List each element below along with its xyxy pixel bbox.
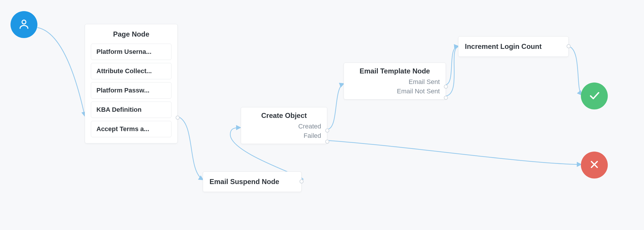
email-suspend-node[interactable]: Email Suspend Node [203,171,302,192]
outcome-email-sent[interactable]: Email Sent [409,78,440,86]
output-port-not-sent[interactable] [444,96,448,100]
svg-point-0 [22,20,26,24]
connector-failed-to-failure [327,140,581,164]
output-port[interactable] [300,179,304,183]
connector-emailnotsent-to-increment [446,47,458,96]
page-node-item[interactable]: Accept Terms a... [91,121,172,137]
outcome-list: Email Sent Email Not Sent [349,78,440,95]
increment-login-node[interactable]: Increment Login Count [458,36,569,57]
output-port-created[interactable] [325,128,329,133]
success-node[interactable] [581,83,608,109]
user-icon [18,18,30,31]
node-title: Email Suspend Node [210,178,295,186]
connector-created-to-emailtemplate [327,84,344,129]
page-node-item[interactable]: Platform Passw... [91,82,172,99]
outcome-failed[interactable]: Failed [304,132,321,140]
output-port[interactable] [176,116,180,120]
node-title: Create Object [246,111,322,120]
start-node[interactable] [11,11,37,38]
email-template-node[interactable]: Email Template Node Email Sent Email Not… [344,63,446,99]
page-node-item[interactable]: KBA Definition [91,102,172,118]
connector-pagenode-to-emailsuspend [178,116,203,180]
outcome-list: Created Failed [246,123,322,140]
output-port-failed[interactable] [325,140,329,144]
page-node-item[interactable]: Platform Userna... [91,44,172,60]
create-object-node[interactable]: Create Object Created Failed [241,107,327,144]
page-node[interactable]: Page Node Platform Userna... Attribute C… [85,24,178,143]
node-title: Increment Login Count [465,42,562,51]
output-port[interactable] [567,44,571,48]
check-icon [588,89,601,103]
node-title: Page Node [91,30,172,38]
failure-node[interactable] [581,152,608,178]
connector-start-to-pagenode [37,28,85,116]
connector-emailsent-to-increment [446,46,458,85]
outcome-email-not-sent[interactable]: Email Not Sent [397,87,440,95]
node-title: Email Template Node [349,67,440,75]
page-node-items: Platform Userna... Attribute Collect... … [91,44,172,137]
page-node-item[interactable]: Attribute Collect... [91,63,172,79]
connector-increment-to-success [569,46,581,95]
outcome-created[interactable]: Created [298,123,321,130]
output-port-sent[interactable] [444,85,448,89]
x-icon [588,159,600,171]
